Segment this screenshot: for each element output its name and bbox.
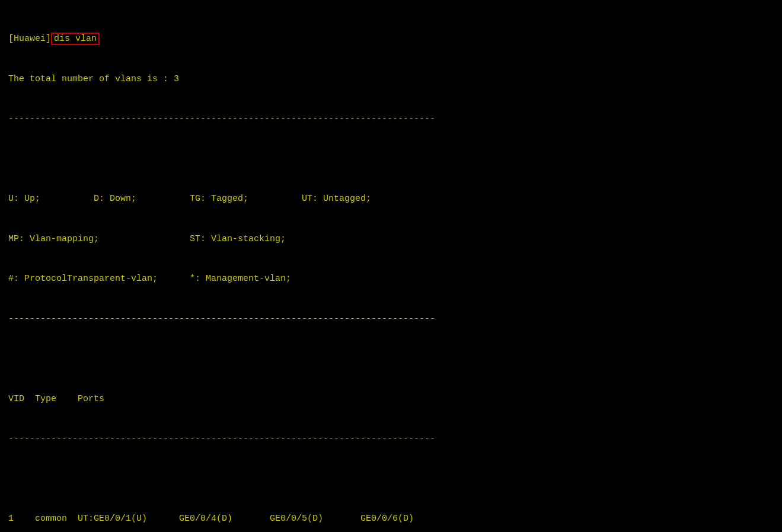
prompt-line: [Huawei]dis vlan <box>8 33 774 46</box>
prompt-prefix: [Huawei] <box>8 34 51 44</box>
vlan1-row1: 1 common UT:GE0/0/1(U) GE0/0/4(D) GE0/0/… <box>8 512 774 526</box>
separator-2: ----------------------------------------… <box>8 313 774 326</box>
blank-3 <box>8 473 774 486</box>
terminal-window: [Huawei]dis vlan The total number of vla… <box>8 6 774 532</box>
blank-2 <box>8 352 774 366</box>
legend-mp-st: MP: Vlan-mapping; ST: Vlan-stacking; <box>8 233 774 246</box>
table-header-ports: VID Type Ports <box>8 393 774 406</box>
separator-3: ----------------------------------------… <box>8 432 774 446</box>
command-box: dis vlan <box>51 33 100 45</box>
separator-1: ----------------------------------------… <box>8 113 774 126</box>
blank-1 <box>8 153 774 166</box>
legend-up-down: U: Up; D: Down; TG: Tagged; UT: Untagged… <box>8 193 774 206</box>
legend-proto-mgmt: #: ProtocolTransparent-vlan; *: Manageme… <box>8 273 774 286</box>
vlan-count-line: The total number of vlans is : 3 <box>8 73 774 86</box>
